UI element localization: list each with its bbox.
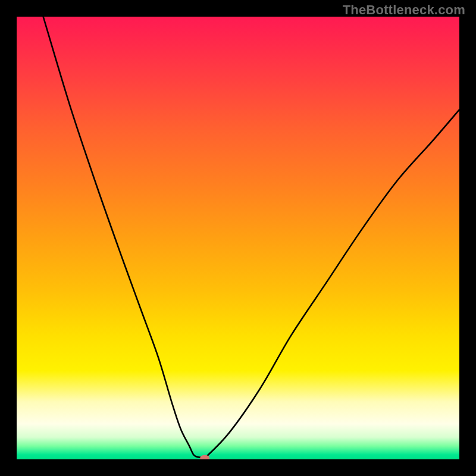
bottleneck-curve-path bbox=[43, 17, 459, 459]
curve-svg bbox=[17, 17, 459, 459]
plot-area bbox=[17, 17, 459, 459]
chart-frame: TheBottleneck.com bbox=[0, 0, 476, 476]
watermark-text: TheBottleneck.com bbox=[343, 2, 465, 18]
